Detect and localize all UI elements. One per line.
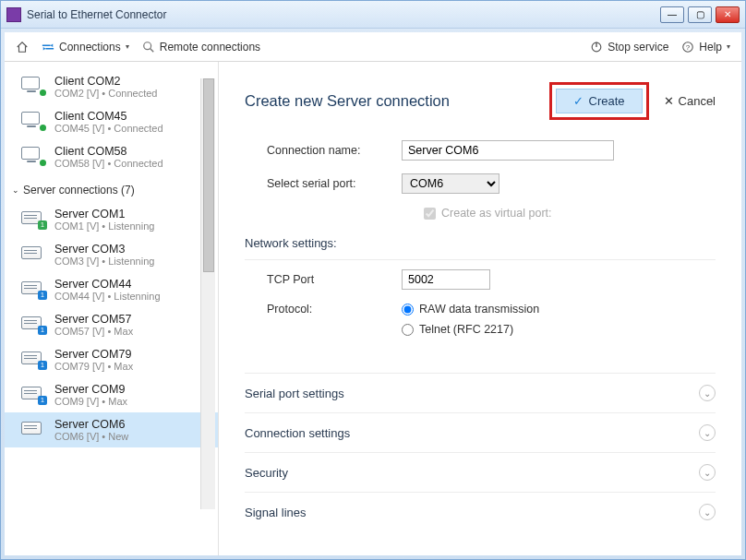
tcp-port-input[interactable]: [402, 269, 490, 290]
section-sig-label: Signal lines: [245, 506, 307, 519]
list-item-sub: COM79 [V] • Max: [54, 361, 133, 372]
section-conn-label: Connection settings: [245, 426, 350, 440]
svg-line-1: [150, 48, 153, 52]
sidebar-client-item[interactable]: Client COM45COM45 [V] • Connected: [5, 104, 218, 139]
virtual-port-checkbox: Create as virtual port:: [424, 207, 716, 220]
server-icon: 1: [21, 385, 45, 403]
list-item-sub: COM58 [V] • Connected: [54, 158, 163, 169]
help-label: Help: [699, 41, 722, 54]
sidebar-server-item[interactable]: 1Server COM9COM9 [V] • Max: [5, 377, 218, 412]
list-item-sub: COM45 [V] • Connected: [54, 123, 163, 134]
help-icon: ?: [681, 41, 694, 54]
sidebar[interactable]: Client COM2COM2 [V] • ConnectedClient CO…: [5, 62, 219, 555]
raw-label: RAW data transmission: [419, 303, 539, 316]
main-panel: Create new Server connection ✓ Create ✕ …: [219, 62, 741, 555]
list-item-title: Server COM1: [54, 208, 154, 220]
stop-service-button[interactable]: Stop service: [590, 41, 668, 54]
remote-connections-button[interactable]: Remote connections: [142, 41, 260, 54]
monitor-icon: [21, 77, 45, 95]
section-connection[interactable]: Connection settings ⌄: [245, 412, 716, 452]
telnet-label: Telnet (RFC 2217): [419, 323, 513, 336]
sidebar-server-item[interactable]: 1Server COM79COM79 [V] • Max: [5, 342, 218, 377]
select-port-label: Select serial port:: [245, 177, 402, 190]
chevron-down-icon: ⌄: [699, 464, 716, 481]
remote-label: Remote connections: [160, 41, 260, 54]
conn-name-label: Connection name:: [245, 144, 402, 157]
list-item-title: Client COM2: [54, 75, 157, 88]
status-badge: 1: [38, 220, 47, 230]
home-icon: [16, 41, 29, 54]
chevron-down-icon: ⌄: [699, 504, 716, 520]
protocol-telnet-radio[interactable]: Telnet (RFC 2217): [402, 323, 539, 336]
window-title: Serial to Ethernet Connector: [27, 8, 166, 21]
svg-text:?: ?: [686, 43, 691, 52]
status-badge: 1: [38, 326, 47, 335]
monitor-icon: [21, 112, 45, 130]
connections-menu[interactable]: Connections ▾: [42, 41, 129, 54]
list-item-title: Client COM58: [54, 145, 163, 158]
section-signal[interactable]: Signal lines ⌄: [245, 492, 716, 531]
group-label: Server connections (7): [23, 184, 135, 197]
section-sec-label: Security: [245, 466, 288, 480]
close-button[interactable]: ✕: [716, 6, 740, 23]
server-icon: 1: [21, 350, 45, 368]
chevron-down-icon: ⌄: [699, 385, 716, 401]
list-item-title: Server COM9: [54, 383, 127, 396]
divider: [245, 259, 716, 260]
status-badge: 1: [38, 361, 47, 370]
server-group-header[interactable]: ⌄Server connections (7): [5, 174, 218, 202]
power-icon: [590, 41, 603, 54]
chevron-down-icon: ⌄: [12, 185, 19, 195]
sidebar-server-item[interactable]: Server COM6COM6 [V] • New: [5, 412, 218, 447]
serial-port-select[interactable]: COM6: [402, 173, 499, 194]
protocol-label: Protocol:: [245, 303, 402, 316]
list-item-sub: COM1 [V] • Listenning: [54, 220, 154, 232]
protocol-raw-radio[interactable]: RAW data transmission: [402, 303, 539, 316]
network-settings-label: Network settings:: [245, 236, 716, 250]
section-serial-port[interactable]: Serial port settings ⌄: [245, 373, 716, 412]
stop-label: Stop service: [608, 41, 668, 54]
page-title: Create new Server connection: [245, 92, 549, 110]
server-icon: [21, 420, 45, 438]
list-item-sub: COM3 [V] • Listenning: [54, 256, 154, 267]
list-item-title: Server COM57: [54, 313, 133, 326]
sidebar-client-item[interactable]: Client COM58COM58 [V] • Connected: [5, 139, 218, 174]
cancel-button[interactable]: ✕ Cancel: [664, 94, 716, 108]
scrollbar[interactable]: [200, 78, 215, 509]
help-menu[interactable]: ? Help ▾: [681, 41, 730, 54]
list-item-title: Server COM79: [54, 348, 133, 361]
svg-point-0: [143, 42, 150, 49]
search-icon: [142, 41, 155, 54]
sidebar-server-item[interactable]: 1Server COM1COM1 [V] • Listenning: [5, 202, 218, 237]
tcp-port-label: TCP Port: [245, 273, 402, 286]
create-label: Create: [589, 94, 625, 108]
list-item-sub: COM2 [V] • Connected: [54, 88, 157, 99]
maximize-button[interactable]: ▢: [688, 6, 712, 23]
create-button[interactable]: ✓ Create: [556, 89, 643, 113]
server-icon: 1: [21, 280, 45, 298]
status-badge: 1: [38, 291, 47, 300]
minimize-button[interactable]: —: [660, 6, 684, 23]
cancel-label: Cancel: [679, 94, 716, 108]
list-item-sub: COM9 [V] • Max: [54, 396, 127, 407]
monitor-icon: [21, 147, 45, 165]
conn-name-input[interactable]: [402, 140, 614, 161]
app-window: Serial to Ethernet Connector — ▢ ✕ Conne…: [0, 0, 746, 560]
sidebar-client-item[interactable]: Client COM2COM2 [V] • Connected: [5, 69, 218, 104]
sidebar-server-item[interactable]: 1Server COM44COM44 [V] • Listenning: [5, 272, 218, 307]
connections-icon: [42, 41, 54, 54]
close-icon: ✕: [664, 94, 674, 108]
scrollbar-thumb[interactable]: [203, 78, 214, 272]
create-button-highlight: ✓ Create: [549, 82, 649, 120]
content: Client COM2COM2 [V] • ConnectedClient CO…: [5, 62, 741, 555]
virtual-port-check: [424, 208, 436, 220]
section-serial-label: Serial port settings: [245, 387, 344, 400]
sidebar-server-item[interactable]: 1Server COM57COM57 [V] • Max: [5, 307, 218, 342]
chevron-down-icon: ⌄: [699, 424, 716, 441]
list-item-sub: COM44 [V] • Listenning: [54, 291, 161, 302]
section-security[interactable]: Security ⌄: [245, 452, 716, 492]
home-button[interactable]: [16, 41, 29, 54]
list-item-sub: COM6 [V] • New: [54, 431, 128, 442]
sidebar-server-item[interactable]: Server COM3COM3 [V] • Listenning: [5, 237, 218, 272]
dropdown-icon: ▾: [727, 42, 730, 51]
